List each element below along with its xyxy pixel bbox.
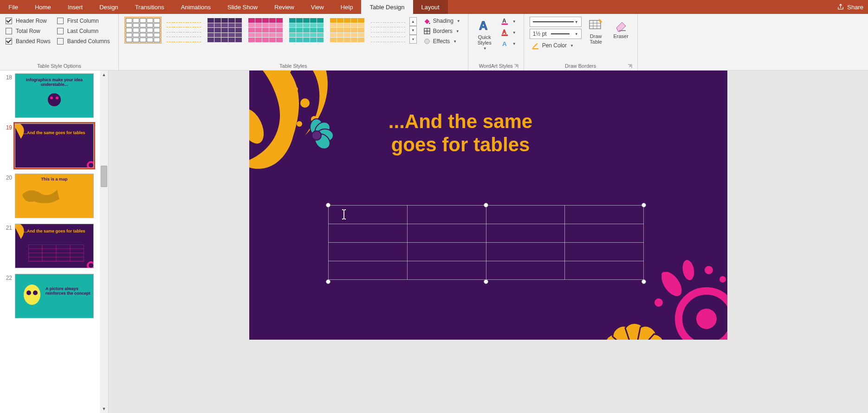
- selection-handle[interactable]: [326, 203, 330, 207]
- slide-thumb-19[interactable]: 19 ...And the same goes for tables: [0, 121, 100, 171]
- table-style-3[interactable]: [206, 17, 243, 44]
- tab-animations[interactable]: Animations: [173, 0, 219, 14]
- slide: ...And the same goes for tables: [249, 71, 727, 340]
- svg-point-37: [681, 259, 695, 281]
- slide-thumb-20[interactable]: 20 This is a map: [0, 171, 100, 221]
- eraser-icon: [614, 18, 628, 32]
- slide-thumb-image: ...And the same goes for tables: [15, 224, 94, 268]
- svg-rect-6: [501, 35, 508, 36]
- check-total-row[interactable]: Total Row: [6, 28, 51, 34]
- check-first-column[interactable]: First Column: [57, 18, 110, 24]
- check-header-row[interactable]: Header Row: [6, 18, 51, 24]
- tab-layout[interactable]: Layout: [413, 0, 448, 14]
- svg-text:A: A: [502, 18, 506, 24]
- pen-color-label: Pen Color: [542, 42, 567, 49]
- slide-title[interactable]: ...And the same goes for tables: [249, 110, 672, 157]
- draw-dialog-launcher-icon[interactable]: [627, 64, 633, 69]
- tab-insert[interactable]: Insert: [59, 0, 91, 14]
- pen-line-icon: [533, 20, 574, 23]
- check-banded-columns[interactable]: Banded Columns: [57, 38, 110, 45]
- text-fill-button[interactable]: A▼: [499, 17, 518, 26]
- selection-handle[interactable]: [484, 279, 488, 284]
- check-banded-rows[interactable]: Banded Rows: [6, 38, 51, 45]
- table-style-4[interactable]: [247, 17, 284, 44]
- check-last-column-label: Last Column: [67, 28, 98, 34]
- tab-file[interactable]: File: [0, 0, 26, 14]
- tab-review[interactable]: Review: [266, 0, 303, 14]
- slide-thumb-image: ...And the same goes for tables: [15, 123, 94, 168]
- quick-styles-button[interactable]: A Quick Styles▼: [472, 16, 497, 52]
- group-table-style-options: Header Row Total Row Banded Rows First C…: [0, 14, 119, 70]
- table-style-2[interactable]: [165, 17, 202, 44]
- thumbnails-scrollbar[interactable]: ▲ ▼: [100, 71, 108, 413]
- text-outline-icon: A: [501, 28, 509, 37]
- check-first-column-label: First Column: [67, 18, 99, 24]
- table-style-7[interactable]: [369, 17, 407, 44]
- borders-button[interactable]: Borders▼: [421, 27, 462, 35]
- slide-thumb-image: A picture always reinforces the concept: [15, 274, 94, 318]
- pen-weight-select[interactable]: 1½ pt ▼: [530, 29, 582, 39]
- svg-rect-4: [501, 24, 508, 25]
- slide-thumb-21[interactable]: 21 ...And the same goes for tables: [0, 221, 100, 271]
- table-style-5[interactable]: [288, 17, 325, 44]
- svg-point-23: [26, 290, 31, 295]
- slide-title-line2: goes for tables: [249, 133, 672, 156]
- svg-point-36: [658, 268, 686, 300]
- tab-view[interactable]: View: [303, 0, 332, 14]
- svg-point-12: [48, 93, 61, 106]
- tab-help[interactable]: Help: [332, 0, 362, 14]
- selection-handle[interactable]: [641, 203, 646, 207]
- slide-canvas[interactable]: ...And the same goes for tables: [109, 71, 868, 413]
- table-row[interactable]: [329, 243, 644, 261]
- table-row[interactable]: [329, 224, 644, 243]
- slide-thumb-18[interactable]: 18 Infographics make your idea understab…: [0, 71, 100, 121]
- table-row[interactable]: [329, 261, 644, 280]
- selection-handle[interactable]: [326, 279, 330, 284]
- group-label-styles: Table Styles: [123, 62, 464, 70]
- quick-styles-label: Quick Styles: [473, 34, 496, 45]
- svg-point-14: [56, 97, 58, 99]
- svg-point-13: [50, 97, 53, 99]
- eraser-button[interactable]: Eraser: [609, 16, 634, 41]
- effects-button[interactable]: Effects▼: [421, 37, 462, 45]
- tab-transitions[interactable]: Transitions: [127, 0, 173, 14]
- check-last-column[interactable]: Last Column: [57, 28, 110, 34]
- slide-number: 20: [1, 174, 12, 218]
- share-button[interactable]: Share: [837, 0, 863, 14]
- svg-rect-10: [532, 48, 538, 49]
- table-row[interactable]: [329, 206, 644, 224]
- tab-home[interactable]: Home: [26, 0, 59, 14]
- table-style-1[interactable]: [124, 17, 162, 44]
- draw-table-button[interactable]: Draw Table: [583, 16, 609, 46]
- svg-point-31: [293, 87, 298, 91]
- text-fill-icon: A: [501, 17, 509, 26]
- tab-design[interactable]: Design: [91, 0, 126, 14]
- text-effects-icon: A: [501, 39, 509, 48]
- selection-handle[interactable]: [484, 203, 488, 207]
- slide-table[interactable]: [328, 205, 644, 280]
- shading-button[interactable]: Shading▼: [421, 17, 462, 25]
- tab-table-design[interactable]: Table Design: [361, 0, 413, 14]
- svg-point-41: [661, 272, 667, 277]
- slide-thumb-22[interactable]: 22 A picture always reinforces the conce…: [0, 271, 100, 321]
- check-banded-columns-label: Banded Columns: [67, 38, 110, 45]
- gallery-next-button[interactable]: ▼: [409, 26, 417, 35]
- scroll-down-button[interactable]: ▼: [100, 405, 108, 413]
- menu-bar: File Home Insert Design Transitions Anim…: [0, 0, 868, 14]
- borders-label: Borders: [433, 28, 453, 34]
- scroll-up-button[interactable]: ▲: [100, 71, 108, 79]
- pen-color-button[interactable]: Pen Color▼: [530, 41, 582, 50]
- effects-icon: [423, 38, 431, 45]
- scroll-thumb[interactable]: [101, 166, 107, 187]
- wordart-dialog-launcher-icon[interactable]: [513, 64, 519, 69]
- table-style-6[interactable]: [329, 17, 366, 44]
- svg-point-40: [719, 276, 726, 283]
- gallery-prev-button[interactable]: ▲: [409, 17, 417, 26]
- tab-slide-show[interactable]: Slide Show: [219, 0, 266, 14]
- pen-style-select[interactable]: ▼: [530, 17, 582, 27]
- group-table-styles: ▲ ▼ ▾ Shading▼ Borders▼ Effects▼: [119, 14, 468, 70]
- svg-point-22: [24, 284, 40, 305]
- text-outline-button[interactable]: A▼: [499, 28, 518, 37]
- text-effects-button[interactable]: A▼: [499, 39, 518, 48]
- gallery-more-button[interactable]: ▾: [409, 35, 417, 44]
